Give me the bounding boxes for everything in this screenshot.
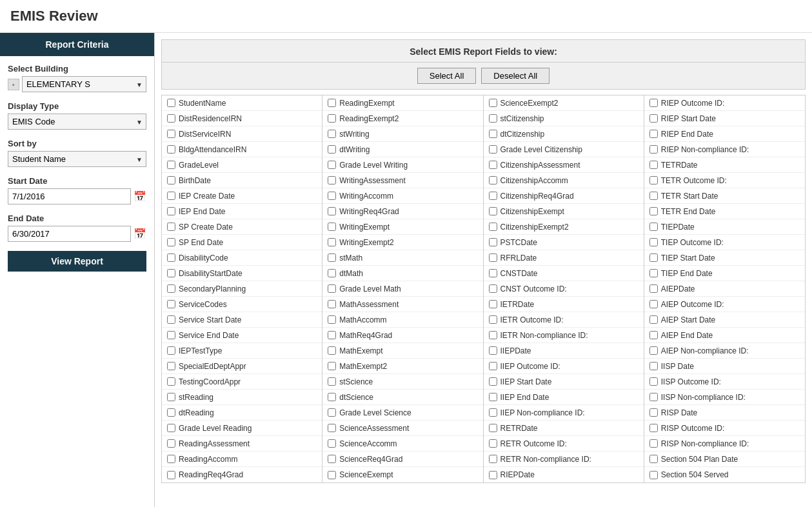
checkbox-1-21[interactable] <box>328 424 336 432</box>
select-all-button[interactable]: Select All <box>417 68 476 84</box>
checkbox-2-4[interactable] <box>489 161 497 169</box>
checkbox-2-6[interactable] <box>489 192 497 200</box>
checkbox-3-2[interactable] <box>649 130 658 138</box>
checkbox-3-24[interactable] <box>649 471 658 479</box>
checkbox-1-3[interactable] <box>328 145 336 154</box>
checkbox-2-0[interactable] <box>489 99 497 107</box>
checkbox-0-8[interactable] <box>167 223 175 231</box>
checkbox-0-13[interactable] <box>167 300 175 308</box>
checkbox-1-11[interactable] <box>328 269 336 277</box>
checkbox-2-20[interactable] <box>489 408 497 417</box>
checkbox-0-22[interactable] <box>167 439 175 448</box>
checkbox-1-8[interactable] <box>328 223 336 231</box>
checkbox-1-15[interactable] <box>328 331 336 339</box>
checkbox-0-18[interactable] <box>167 377 175 386</box>
start-date-calendar-icon[interactable]: 📅 <box>134 190 146 203</box>
checkbox-2-22[interactable] <box>489 439 497 448</box>
checkbox-1-9[interactable] <box>328 238 336 246</box>
checkbox-2-3[interactable] <box>489 145 497 154</box>
checkbox-0-6[interactable] <box>167 192 175 200</box>
checkbox-3-11[interactable] <box>649 269 658 277</box>
checkbox-0-12[interactable] <box>167 284 175 293</box>
checkbox-1-5[interactable] <box>328 176 336 184</box>
checkbox-3-7[interactable] <box>649 207 658 215</box>
checkbox-2-7[interactable] <box>489 207 497 215</box>
checkbox-2-24[interactable] <box>489 471 497 479</box>
checkbox-1-2[interactable] <box>328 130 336 138</box>
checkbox-3-21[interactable] <box>649 424 658 432</box>
checkbox-1-19[interactable] <box>328 393 336 401</box>
checkbox-2-12[interactable] <box>489 284 497 293</box>
checkbox-1-10[interactable] <box>328 254 336 262</box>
checkbox-3-3[interactable] <box>649 145 658 154</box>
checkbox-1-20[interactable] <box>328 408 336 417</box>
checkbox-0-23[interactable] <box>167 455 175 463</box>
checkbox-0-16[interactable] <box>167 346 175 355</box>
checkbox-2-19[interactable] <box>489 393 497 401</box>
checkbox-2-1[interactable] <box>489 114 497 123</box>
checkbox-0-14[interactable] <box>167 315 175 324</box>
checkbox-2-15[interactable] <box>489 331 497 339</box>
checkbox-3-8[interactable] <box>649 223 658 231</box>
checkbox-1-0[interactable] <box>328 99 336 107</box>
checkbox-0-11[interactable] <box>167 269 175 277</box>
checkbox-3-17[interactable] <box>649 362 658 370</box>
checkbox-3-4[interactable] <box>649 161 658 169</box>
checkbox-3-16[interactable] <box>649 346 658 355</box>
checkbox-2-2[interactable] <box>489 130 497 138</box>
checkbox-3-13[interactable] <box>649 300 658 308</box>
checkbox-0-4[interactable] <box>167 161 175 169</box>
checkbox-2-9[interactable] <box>489 238 497 246</box>
checkbox-1-24[interactable] <box>328 471 336 479</box>
checkbox-0-0[interactable] <box>167 99 175 107</box>
checkbox-3-20[interactable] <box>649 408 658 417</box>
checkbox-2-16[interactable] <box>489 346 497 355</box>
checkbox-1-4[interactable] <box>328 161 336 169</box>
checkbox-1-13[interactable] <box>328 300 336 308</box>
display-type-select[interactable]: EMIS Code Description <box>8 114 146 130</box>
checkbox-2-10[interactable] <box>489 254 497 262</box>
checkbox-2-11[interactable] <box>489 269 497 277</box>
checkbox-2-21[interactable] <box>489 424 497 432</box>
checkbox-0-15[interactable] <box>167 331 175 339</box>
checkbox-1-14[interactable] <box>328 315 336 324</box>
checkbox-3-19[interactable] <box>649 393 658 401</box>
checkbox-0-17[interactable] <box>167 362 175 370</box>
checkbox-3-22[interactable] <box>649 439 658 448</box>
checkbox-2-5[interactable] <box>489 176 497 184</box>
checkbox-0-7[interactable] <box>167 207 175 215</box>
checkbox-3-9[interactable] <box>649 238 658 246</box>
checkbox-0-10[interactable] <box>167 254 175 262</box>
checkbox-3-0[interactable] <box>649 99 658 107</box>
checkbox-0-21[interactable] <box>167 424 175 432</box>
checkbox-1-1[interactable] <box>328 114 336 123</box>
checkbox-3-12[interactable] <box>649 284 658 293</box>
checkbox-2-18[interactable] <box>489 377 497 386</box>
deselect-all-button[interactable]: Deselect All <box>481 68 550 84</box>
checkbox-1-16[interactable] <box>328 346 336 355</box>
checkbox-0-24[interactable] <box>167 471 175 479</box>
checkbox-3-14[interactable] <box>649 315 658 324</box>
checkbox-2-23[interactable] <box>489 455 497 463</box>
start-date-input[interactable] <box>8 188 131 204</box>
checkbox-0-3[interactable] <box>167 145 175 154</box>
checkbox-2-14[interactable] <box>489 315 497 324</box>
checkbox-1-23[interactable] <box>328 455 336 463</box>
checkbox-3-6[interactable] <box>649 192 658 200</box>
checkbox-3-1[interactable] <box>649 114 658 123</box>
checkbox-0-19[interactable] <box>167 393 175 401</box>
checkbox-3-23[interactable] <box>649 455 658 463</box>
checkbox-1-6[interactable] <box>328 192 336 200</box>
checkbox-2-8[interactable] <box>489 223 497 231</box>
checkbox-1-12[interactable] <box>328 284 336 293</box>
end-date-calendar-icon[interactable]: 📅 <box>134 228 146 240</box>
checkbox-1-22[interactable] <box>328 439 336 448</box>
checkbox-0-20[interactable] <box>167 408 175 417</box>
checkbox-3-5[interactable] <box>649 176 658 184</box>
view-report-button[interactable]: View Report <box>8 251 146 272</box>
checkbox-0-5[interactable] <box>167 176 175 184</box>
checkbox-0-9[interactable] <box>167 238 175 246</box>
checkbox-3-18[interactable] <box>649 377 658 386</box>
checkbox-0-1[interactable] <box>167 114 175 123</box>
checkbox-3-10[interactable] <box>649 254 658 262</box>
